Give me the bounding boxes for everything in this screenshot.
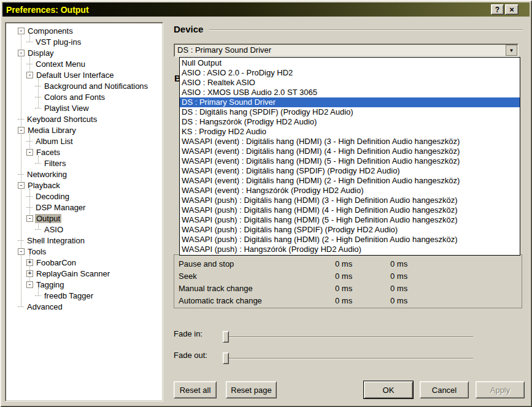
device-option[interactable]: ASIO : ASIO 2.0 - ProDigy HD2: [180, 68, 520, 78]
device-option-label: WASAPI (push) : Digitális hang (HDMI) (2…: [182, 235, 458, 244]
fade-out-slider-track[interactable]: [223, 358, 473, 359]
fading-row[interactable]: Seek 0 ms 0 ms: [174, 270, 522, 282]
reset-page-button[interactable]: Reset page: [226, 381, 277, 398]
tree-item[interactable]: - Display: [6, 47, 163, 58]
device-option[interactable]: WASAPI (push) : Digitális hang (HDMI) (5…: [180, 215, 520, 225]
dropdown-arrow-icon[interactable]: ▼: [506, 45, 517, 56]
tree-item[interactable]: Album List: [6, 135, 163, 146]
reset-all-button[interactable]: Reset all: [174, 381, 217, 398]
device-option-label: ASIO : Realtek ASIO: [182, 78, 255, 87]
tree-item[interactable]: Background and Notifications: [6, 80, 163, 91]
device-option[interactable]: ASIO : Realtek ASIO: [180, 78, 520, 88]
fading-row-fade-in: 0 ms: [335, 284, 390, 293]
tree-item[interactable]: Networking: [6, 169, 163, 180]
cancel-button[interactable]: Cancel: [420, 381, 469, 398]
device-option[interactable]: WASAPI (event) : Digitális hang (HDMI) (…: [180, 146, 520, 156]
device-option[interactable]: DS : Primary Sound Driver: [180, 97, 520, 107]
device-option-label: KS : Prodigy HD2 Audio: [182, 127, 266, 136]
tree-connector: [18, 174, 24, 175]
device-option[interactable]: WASAPI (push) : Digitális hang (HDMI) (2…: [180, 235, 520, 245]
tree-expander[interactable]: -: [26, 215, 33, 222]
tree-item[interactable]: Keyboard Shortcuts: [6, 113, 163, 124]
tree-expander[interactable]: -: [26, 281, 33, 288]
tree-expander[interactable]: -: [18, 127, 25, 134]
tree-item[interactable]: + ReplayGain Scanner: [6, 268, 163, 279]
fading-table[interactable]: Pause and stop 0 ms 0 ms Seek 0 ms 0 ms …: [174, 254, 522, 308]
tree-item-label: Album List: [34, 137, 74, 146]
device-option[interactable]: Null Output: [180, 58, 520, 68]
tree-item[interactable]: - Tools: [6, 246, 163, 257]
tree-item[interactable]: - Media Library: [6, 124, 163, 135]
fading-row[interactable]: Manual track change 0 ms 0 ms: [174, 282, 522, 294]
apply-button[interactable]: Apply: [476, 381, 525, 398]
device-option[interactable]: DS : Digitális hang (SPDIF) (Prodigy HD2…: [180, 107, 520, 117]
tree-item[interactable]: - Playback: [6, 180, 163, 191]
device-option[interactable]: WASAPI (push) : Hangszórók (Prodigy HD2 …: [180, 245, 520, 254]
tree-item[interactable]: Filters: [6, 158, 163, 169]
fading-row-fade-out: 0 ms: [390, 284, 522, 293]
tree-item[interactable]: - Output: [6, 213, 163, 224]
tree-item[interactable]: - Components: [6, 25, 163, 36]
tree-item[interactable]: VST plug-ins: [6, 36, 163, 47]
tree-expander[interactable]: -: [26, 72, 33, 78]
tree-expander[interactable]: -: [26, 149, 33, 156]
tree-item[interactable]: - Facets: [6, 146, 163, 158]
device-option-label: DS : Hangszórók (Prodigy HD2 Audio): [182, 117, 317, 126]
tree-item[interactable]: + FoobarCon: [6, 257, 163, 268]
device-option-label: WASAPI (push) : Digitális hang (HDMI) (3…: [182, 196, 458, 205]
device-option[interactable]: WASAPI (event) : Hangszórók (Prodigy HD2…: [180, 186, 520, 196]
tree-expander[interactable]: -: [18, 248, 25, 255]
tree-panel: - Components VST plug-ins - Display Cont…: [5, 22, 163, 401]
tree-expander[interactable]: -: [18, 182, 25, 189]
device-section-heading: Device: [174, 24, 203, 34]
fading-row-fade-in: 0 ms: [335, 296, 390, 305]
device-option[interactable]: WASAPI (event) : Digitális hang (HDMI) (…: [180, 137, 520, 146]
tree-item-label: Components: [26, 26, 74, 36]
fade-in-slider-thumb[interactable]: [223, 331, 229, 343]
ok-button[interactable]: OK: [364, 381, 413, 398]
device-option[interactable]: WASAPI (event) : Digitális hang (SPDIF) …: [180, 166, 520, 176]
tree-expander[interactable]: -: [18, 28, 25, 34]
tree-item-label: VST plug-ins: [34, 37, 82, 47]
tree-expander[interactable]: +: [26, 270, 33, 277]
device-option[interactable]: WASAPI (event) : Digitális hang (HDMI) (…: [180, 176, 520, 186]
device-option-label: WASAPI (push) : Digitális hang (HDMI) (4…: [182, 205, 458, 215]
device-option[interactable]: WASAPI (event) : Digitális hang (HDMI) (…: [180, 156, 520, 166]
close-button[interactable]: ×: [505, 4, 519, 15]
tree-item-label: Networking: [26, 170, 68, 179]
device-option[interactable]: WASAPI (push) : Digitális hang (SPDIF) (…: [180, 225, 520, 235]
tree-connector: [26, 64, 33, 64]
tree-item[interactable]: - Tagging: [6, 279, 163, 290]
device-option[interactable]: ASIO : XMOS USB Audio 2.0 ST 3065: [180, 88, 520, 97]
fading-row[interactable]: Automatic track change 0 ms 0 ms: [174, 294, 522, 306]
fade-in-slider-track[interactable]: [223, 337, 473, 338]
tree-item[interactable]: freedb Tagger: [6, 290, 163, 301]
fading-row-name: Seek: [179, 272, 335, 281]
device-option[interactable]: DS : Hangszórók (Prodigy HD2 Audio): [180, 117, 520, 127]
fade-out-slider-thumb[interactable]: [223, 352, 229, 364]
device-option-label: WASAPI (event) : Digitális hang (HDMI) (…: [182, 146, 460, 156]
tree-item[interactable]: DSP Manager: [6, 202, 163, 213]
tree-item[interactable]: Context Menu: [6, 58, 163, 69]
tree-item[interactable]: Shell Integration: [6, 235, 163, 246]
tree-item-label: freedb Tagger: [43, 291, 94, 300]
tree-connector: [26, 141, 33, 142]
help-button[interactable]: ?: [491, 4, 504, 15]
tree-item[interactable]: - Default User Interface: [6, 69, 163, 80]
tree-expander[interactable]: -: [18, 50, 25, 56]
device-option[interactable]: WASAPI (push) : Digitális hang (HDMI) (3…: [180, 196, 520, 205]
device-option[interactable]: KS : Prodigy HD2 Audio: [180, 127, 520, 137]
tree-item-label: ReplayGain Scanner: [35, 269, 111, 278]
tree-item[interactable]: ASIO: [6, 224, 163, 235]
tree-item[interactable]: Playlist View: [6, 102, 163, 113]
tree-item[interactable]: Colors and Fonts: [6, 91, 163, 102]
device-option[interactable]: WASAPI (push) : Digitális hang (HDMI) (4…: [180, 205, 520, 215]
tree-expander[interactable]: +: [26, 259, 33, 266]
fading-row[interactable]: Pause and stop 0 ms 0 ms: [174, 257, 522, 270]
fading-row-name: Manual track change: [179, 284, 335, 293]
device-option-label: WASAPI (push) : Digitális hang (HDMI) (5…: [182, 215, 458, 224]
tree-item-label: Playback: [26, 181, 61, 190]
device-combobox[interactable]: DS : Primary Sound Driver ▼: [174, 44, 519, 57]
tree-item[interactable]: Advanced: [6, 301, 163, 312]
tree-item[interactable]: Decoding: [6, 191, 163, 202]
